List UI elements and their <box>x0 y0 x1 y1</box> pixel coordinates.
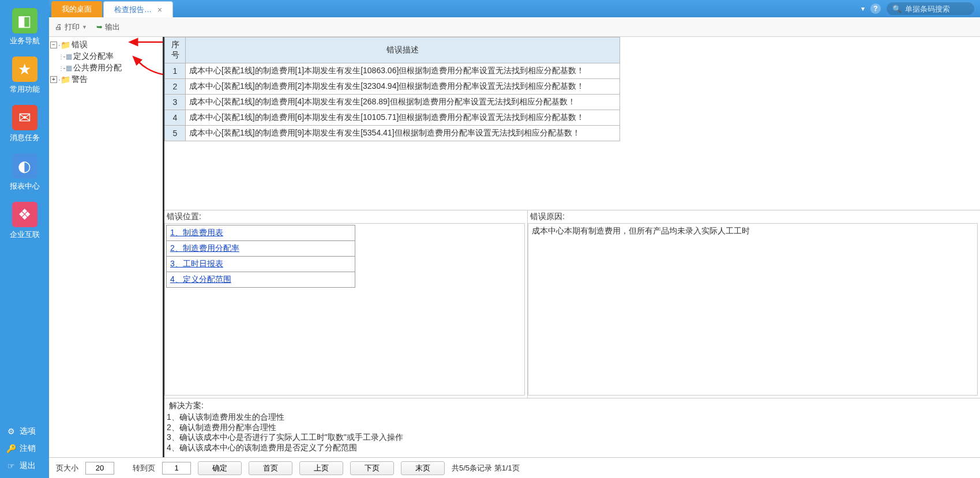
nav-item-fav[interactable]: ★ 常用功能 <box>0 51 49 99</box>
header-dropdown-icon[interactable]: ▾ <box>861 5 865 13</box>
content-column: 序号 错误描述 1成本中心[装配1线]的制造费用[1]本期发生有发生[10863… <box>164 37 980 457</box>
nav-bottom-label: 退出 <box>20 461 36 471</box>
close-icon[interactable]: × <box>157 5 162 14</box>
printer-icon: 🖨 <box>55 22 62 31</box>
tree-pane: − ·· 📁 错误 ⋮···· ▦ 定义分配率 ⋮···· ▦ 公共费用分配 +… <box>49 37 164 457</box>
tab-desktop[interactable]: 我的桌面 <box>51 1 102 17</box>
print-button[interactable]: 🖨 打印 ▼ <box>55 22 87 32</box>
nav-options[interactable]: ⚙ 选项 <box>0 423 49 440</box>
nav-label: 常用功能 <box>10 84 40 95</box>
error-location-panel: 错误位置: 1、制造费用表2、制造费用分配率3、工时日报表4、定义分配范围 <box>164 210 528 398</box>
col-header-seq[interactable]: 序号 <box>165 37 186 63</box>
table-row[interactable]: 4成本中心[装配1线]的制造费用[6]本期发生有发生[10105.71]但根据制… <box>165 110 620 126</box>
location-row: 2、制造费用分配率 <box>167 241 355 257</box>
solution-label: 解决方案: <box>167 400 978 412</box>
first-page-button[interactable]: 首页 <box>249 461 292 475</box>
location-row: 3、工时日报表 <box>167 257 355 272</box>
page-info: 共5/5条记录 第1/1页 <box>452 463 520 473</box>
export-icon: ➥ <box>96 22 103 31</box>
nav-label: 消息任务 <box>10 133 40 143</box>
tree-connector: ⋮···· <box>58 54 65 60</box>
error-reason-panel: 错误原因: 成本中心本期有制造费用，但所有产品均未录入实际人工工时 <box>528 210 980 398</box>
page-size-label: 页大小 <box>56 463 78 473</box>
report-icon: ◐ <box>12 153 37 179</box>
location-link[interactable]: 4、定义分配范围 <box>170 274 231 284</box>
confirm-button[interactable]: 确定 <box>198 461 242 475</box>
table-row[interactable]: 2成本中心[装配1线]的制造费用[2]本期发生有发生[32304.94]但根据制… <box>165 79 620 95</box>
error-table: 序号 错误描述 1成本中心[装配1线]的制造费用[1]本期发生有发生[10863… <box>164 37 620 141</box>
folder-icon: 📁 <box>61 75 70 84</box>
error-reason-label: 错误原因: <box>528 210 980 223</box>
tab-label: 我的桌面 <box>62 4 92 14</box>
goto-page-label: 转到页 <box>133 463 155 473</box>
cell-seq: 1 <box>165 63 186 79</box>
solution-line: 2、确认制造费用分配率合理性 <box>167 423 978 433</box>
location-link[interactable]: 2、制造费用分配率 <box>170 243 239 253</box>
file-icon: ▦ <box>66 52 72 61</box>
cell-desc: 成本中心[装配1线]的制造费用[4]本期发生有发生[268.89]但根据制造费用… <box>186 95 620 110</box>
tab-report[interactable]: 检查报告… × <box>103 1 173 17</box>
goto-page-input[interactable] <box>162 462 191 475</box>
location-row: 1、制造费用表 <box>167 225 355 241</box>
help-icon[interactable]: ? <box>870 3 881 14</box>
page-size-input[interactable] <box>85 462 114 475</box>
tab-label: 检查报告… <box>114 5 152 15</box>
tree-connector: ·· <box>58 77 59 83</box>
solution-line: 4、确认该成本中心的该制造费用是否定义了分配范围 <box>167 443 978 453</box>
nav-exit[interactable]: ☞ 退出 <box>0 457 49 475</box>
tree-node-warn[interactable]: + ·· 📁 警告 <box>50 74 162 85</box>
cell-desc: 成本中心[装配1线]的制造费用[2]本期发生有发生[32304.94]但根据制造… <box>186 79 620 95</box>
nav-item-report[interactable]: ◐ 报表中心 <box>0 148 49 196</box>
tree-node-child2[interactable]: ⋮···· ▦ 公共费用分配 <box>50 62 162 74</box>
location-link[interactable]: 3、工时日报表 <box>170 259 223 268</box>
export-button[interactable]: ➥ 输出 <box>96 22 120 32</box>
tree-node-error[interactable]: − ·· 📁 错误 <box>50 39 162 51</box>
location-table: 1、制造费用表2、制造费用分配率3、工时日报表4、定义分配范围 <box>166 225 355 288</box>
table-row[interactable]: 1成本中心[装配1线]的制造费用[1]本期发生有发生[10863.06]但根据制… <box>165 63 620 79</box>
mid-row: 错误位置: 1、制造费用表2、制造费用分配率3、工时日报表4、定义分配范围 错误… <box>164 210 980 398</box>
key-icon: 🔑 <box>6 444 16 453</box>
left-nav: ◧ 业务导航 ★ 常用功能 ✉ 消息任务 ◐ 报表中心 ❖ 企业互联 ⚙ 选项 … <box>0 0 49 478</box>
tree-connector: ⋮···· <box>58 65 65 71</box>
nav-logout[interactable]: 🔑 注销 <box>0 440 49 457</box>
cell-seq: 3 <box>165 95 186 110</box>
file-icon: ▦ <box>66 64 72 72</box>
tree-label: 错误 <box>72 40 88 50</box>
prev-page-button[interactable]: 上页 <box>299 461 343 475</box>
cell-desc: 成本中心[装配1线]的制造费用[9]本期发生有发生[5354.41]但根据制造费… <box>186 126 620 141</box>
enterprise-icon: ❖ <box>12 202 37 227</box>
star-icon: ★ <box>12 57 37 82</box>
nav-label: 报表中心 <box>10 181 40 191</box>
location-row: 4、定义分配范围 <box>167 272 355 288</box>
body-split: − ·· 📁 错误 ⋮···· ▦ 定义分配率 ⋮···· ▦ 公共费用分配 +… <box>49 37 980 457</box>
col-header-desc[interactable]: 错误描述 <box>186 37 620 63</box>
expand-icon[interactable]: + <box>50 76 57 83</box>
tree-connector: ·· <box>58 42 59 48</box>
folder-icon: 📁 <box>61 40 70 50</box>
exit-icon: ☞ <box>6 461 16 471</box>
last-page-button[interactable]: 末页 <box>401 461 445 475</box>
table-row[interactable]: 5成本中心[装配1线]的制造费用[9]本期发生有发生[5354.41]但根据制造… <box>165 126 620 141</box>
search-icon: 🔍 <box>892 5 902 13</box>
cell-seq: 2 <box>165 79 186 95</box>
nav-item-msg[interactable]: ✉ 消息任务 <box>0 99 49 148</box>
cell-desc: 成本中心[装配1线]的制造费用[1]本期发生有发生[10863.06]但根据制造… <box>186 63 620 79</box>
nav-item-biz[interactable]: ◧ 业务导航 <box>0 2 49 51</box>
tab-strip: 我的桌面 检查报告… × ▾ ? 🔍 <box>49 0 980 17</box>
table-row[interactable]: 3成本中心[装配1线]的制造费用[4]本期发生有发生[268.89]但根据制造费… <box>165 95 620 110</box>
nav-item-ent[interactable]: ❖ 企业互联 <box>0 196 49 244</box>
search-input[interactable] <box>905 5 968 13</box>
collapse-icon[interactable]: − <box>50 42 57 48</box>
cell-desc: 成本中心[装配1线]的制造费用[6]本期发生有发生[10105.71]但根据制造… <box>186 110 620 126</box>
tree-node-child1[interactable]: ⋮···· ▦ 定义分配率 <box>50 51 162 62</box>
nav-bottom: ⚙ 选项 🔑 注销 ☞ 退出 <box>0 419 49 478</box>
toolbar-label: 输出 <box>105 22 120 32</box>
solution-line: 1、确认该制造费用发生的合理性 <box>167 412 978 423</box>
toolbar: 🖨 打印 ▼ ➥ 输出 <box>49 17 980 37</box>
next-page-button[interactable]: 下页 <box>350 461 394 475</box>
location-link[interactable]: 1、制造费用表 <box>170 228 223 237</box>
tree-label: 警告 <box>72 74 88 85</box>
nav-bottom-label: 选项 <box>20 426 36 436</box>
toolbar-label: 打印 <box>65 22 80 32</box>
search-box[interactable]: 🔍 <box>887 2 974 15</box>
